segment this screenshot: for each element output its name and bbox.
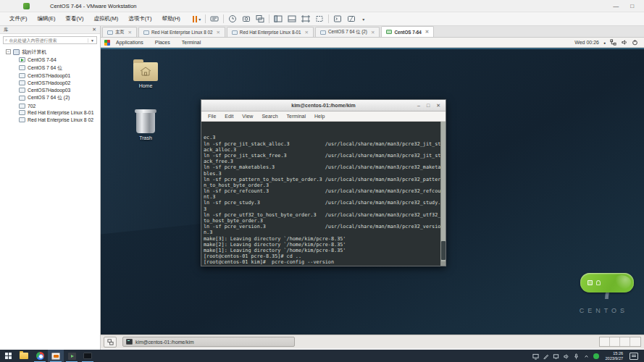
display-scaling-button[interactable] xyxy=(347,14,356,23)
power-icon[interactable] xyxy=(632,39,638,46)
window-title: CentOS 7-64 - VMware Workstation xyxy=(50,3,137,9)
speaker-tray-icon[interactable] xyxy=(563,350,569,362)
search-dropdown-caret[interactable]: ▼ xyxy=(88,38,96,43)
sidebar-vm-item[interactable]: CentOS 7-64 xyxy=(0,56,100,64)
tab-close-icon[interactable]: ✕ xyxy=(128,30,132,35)
snapshot-clock-button[interactable] xyxy=(228,14,237,23)
terminal-maximize-button[interactable]: □ xyxy=(427,103,430,109)
vm-tab-label: CentOS 7 64 位 (2) xyxy=(328,29,367,35)
file-explorer-taskbar-button[interactable] xyxy=(16,350,32,362)
workspace-cell[interactable] xyxy=(600,337,610,346)
tree-expander-icon[interactable]: − xyxy=(6,49,11,54)
vmware-menu-item[interactable]: 虚拟机(M) xyxy=(89,14,124,23)
terminal-menu-item[interactable]: View xyxy=(238,114,256,119)
show-hidden-icons-arrow[interactable] xyxy=(583,350,590,362)
terminal-menu-item[interactable]: File xyxy=(204,114,219,119)
vmware-menu-item[interactable]: 帮助(H) xyxy=(156,14,185,23)
vm-tab[interactable]: CentOS 7-64 ✕ xyxy=(381,26,434,37)
show-library-button[interactable] xyxy=(274,14,283,23)
gnome-menu-item[interactable]: Places xyxy=(149,40,176,45)
terminal-menu-item[interactable]: Terminal xyxy=(283,114,309,119)
sidebar-vm-item[interactable]: CentOS7Hadoop01 xyxy=(0,72,100,80)
terminal-menu-item[interactable]: Help xyxy=(311,114,328,119)
take-snapshot-button[interactable] xyxy=(242,14,251,23)
windows-start-button[interactable] xyxy=(0,350,16,362)
sidebar-vm-item[interactable]: 702 xyxy=(0,103,100,110)
workspace-cell[interactable] xyxy=(610,337,620,346)
vm-tab[interactable]: 主页 ✕ xyxy=(102,27,137,37)
terminal-menu-item[interactable]: Edit xyxy=(221,114,237,119)
snapshot-manager-button[interactable] xyxy=(256,14,264,23)
tab-close-icon[interactable]: ✕ xyxy=(216,30,219,35)
sidebar-vm-item[interactable]: CentOS 7 64 位 xyxy=(0,64,100,73)
gnome-bottom-taskbar: kim@centos-01:/home/kim xyxy=(101,334,644,348)
vm-tab[interactable]: CentOS 7 64 位 (2) ✕ xyxy=(315,27,380,37)
terminal-line: 3 xyxy=(204,206,446,212)
sidebar-vm-item[interactable]: CentOS7Hadoop03 xyxy=(0,86,100,93)
tab-close-icon[interactable]: ✕ xyxy=(305,30,309,35)
unity-mode-button[interactable] xyxy=(315,14,324,23)
vmware-menu-item[interactable]: 查看(V) xyxy=(61,14,89,23)
scrollbar-thumb[interactable] xyxy=(441,241,446,260)
show-desktop-button[interactable] xyxy=(104,337,117,348)
vmware-menu-item[interactable]: 选项卡(T) xyxy=(123,14,156,23)
sidebar-vm-item[interactable]: CentOS 7 64 位 (2) xyxy=(0,93,100,103)
search-input[interactable] xyxy=(9,38,88,43)
display-tray-icon[interactable] xyxy=(532,350,539,362)
sidebar-vm-item[interactable]: Red Hat Enterprise Linux 8-01 xyxy=(0,109,100,117)
terminal-titlebar[interactable]: kim@centos-01:/home/kim – □ ✕ xyxy=(201,100,446,111)
maximize-button[interactable]: □ xyxy=(630,3,634,9)
network-tray-icon[interactable] xyxy=(553,350,559,362)
home-desktop-icon[interactable]: Home xyxy=(127,62,164,88)
taskbar-clock[interactable]: 15:26 2023/9/27 xyxy=(603,351,626,361)
terminal-close-button[interactable]: ✕ xyxy=(436,103,440,109)
sidebar-vm-item[interactable]: Red Hat Enterprise Linux 8 02 xyxy=(0,117,100,124)
library-close-icon[interactable]: ✕ xyxy=(92,27,96,33)
vm-tab-label: Red Hat Enterprise Linux 8 02 xyxy=(151,30,212,35)
tree-root-my-computer[interactable]: − 我的计算机 xyxy=(0,47,100,56)
vmware-menu-item[interactable]: 编辑(E) xyxy=(33,14,61,23)
gnome-menu-item[interactable]: Terminal xyxy=(176,40,206,45)
gnome-menu-item[interactable]: Applications xyxy=(110,40,149,45)
fullscreen-button[interactable] xyxy=(301,14,310,23)
display-dropdown-caret[interactable]: ▾ xyxy=(362,17,364,22)
sidebar-vm-item[interactable]: CentOS7Hadoop02 xyxy=(0,80,100,87)
microphone-tray-icon[interactable] xyxy=(573,350,580,362)
notification-center-icon[interactable] xyxy=(630,353,638,360)
workspace-switcher xyxy=(599,337,641,347)
security-tray-icon[interactable] xyxy=(593,353,599,359)
library-title: 库 xyxy=(4,27,9,33)
trash-desktop-icon[interactable]: Trash xyxy=(127,111,164,140)
chrome-taskbar-button[interactable] xyxy=(32,350,48,362)
vm-name: CentOS7Hadoop01 xyxy=(28,73,70,78)
vmware-menubar: 文件(F)编辑(E)查看(V)虚拟机(M)选项卡(T)帮助(H) ▾ ▾ xyxy=(0,12,644,26)
gnome-clock[interactable]: Wed 00:26 xyxy=(574,40,599,45)
send-ctrl-alt-del-button[interactable] xyxy=(210,14,219,23)
terminal-minimize-button[interactable]: – xyxy=(417,103,420,109)
vm-console-button[interactable] xyxy=(333,14,342,23)
pause-dropdown-caret[interactable]: ▾ xyxy=(198,17,201,22)
workspace-cell[interactable] xyxy=(620,337,630,346)
terminal-window-list-button[interactable]: kim@centos-01:/home/kim xyxy=(122,337,295,347)
vm-tab[interactable]: Red Hat Enterprise Linux 8-01 ✕ xyxy=(227,27,314,37)
vmware-tools-notification-bubble[interactable] xyxy=(580,273,634,292)
vm-tab[interactable]: Red Hat Enterprise Linux 8 02 ✕ xyxy=(138,27,225,37)
network-icon[interactable] xyxy=(610,39,616,46)
pen-tray-icon[interactable] xyxy=(543,350,549,362)
tab-close-icon[interactable]: ✕ xyxy=(425,29,429,35)
media-player-taskbar-button[interactable] xyxy=(64,350,80,362)
terminal-menu-item[interactable]: Search xyxy=(258,114,281,119)
minimize-button[interactable]: — xyxy=(613,3,619,9)
workspace-cell[interactable] xyxy=(630,337,640,346)
console-taskbar-button[interactable] xyxy=(80,350,96,362)
scrollbar-down-button[interactable] xyxy=(441,261,446,266)
vmware-menu-item[interactable]: 文件(F) xyxy=(4,14,33,23)
tab-close-icon[interactable]: ✕ xyxy=(371,30,375,35)
volume-icon[interactable] xyxy=(621,39,627,46)
library-search[interactable]: ⌕ ▼ xyxy=(3,36,97,44)
pause-vm-button[interactable] xyxy=(193,16,198,22)
terminal-body[interactable]: ec.3ln -sf pcre_jit_stack_alloc.3 /usr/l… xyxy=(201,122,446,266)
console-view-button[interactable] xyxy=(288,14,296,23)
vmware-taskbar-button[interactable] xyxy=(48,350,64,362)
terminal-scrollbar[interactable] xyxy=(440,122,446,266)
